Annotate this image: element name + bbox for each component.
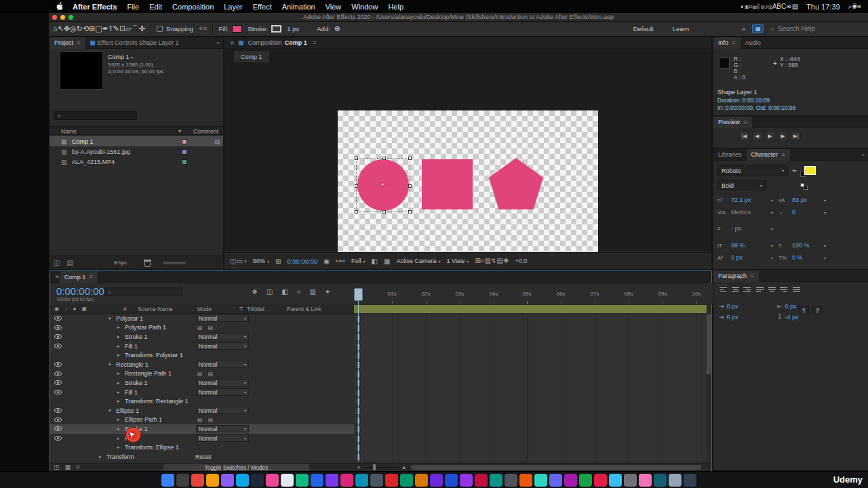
baseline-shift-field[interactable]: Aª0 px▾ [717, 253, 773, 262]
viewer-option-icon[interactable]: ❖ [503, 257, 509, 264]
dock-app-icon[interactable] [430, 474, 443, 487]
dock-app-icon[interactable] [296, 474, 309, 487]
dock-app-icon[interactable] [176, 474, 189, 487]
label-color-chip[interactable] [182, 139, 187, 144]
column-name[interactable]: Name [61, 128, 77, 135]
expand-arrow-icon[interactable]: ▾ [108, 362, 114, 367]
eye-icon[interactable] [54, 418, 62, 422]
tool-icon[interactable]: ✜ [139, 24, 145, 33]
eyedropper-icon[interactable]: ✒ [792, 167, 797, 174]
timeline-search-input[interactable]: ⌕ [104, 287, 182, 296]
view-layout-dropdown[interactable]: 1 View▾ [447, 258, 469, 264]
expand-arrow-icon[interactable]: ▸ [117, 436, 123, 441]
tool-icon[interactable]: ⌂ [53, 24, 58, 33]
transport-button[interactable]: ▶ [778, 131, 788, 140]
timeline-horizontal-scrollbar[interactable] [411, 465, 701, 470]
tool-icon[interactable]: ⊞ [89, 24, 95, 33]
close-window-button[interactable] [52, 15, 57, 20]
dock-app-icon[interactable] [594, 474, 607, 487]
paragraph-align-center-icon[interactable] [730, 285, 741, 294]
paragraph-justify-all-icon[interactable] [791, 285, 802, 294]
search-help-field[interactable]: ⌕ Search Help [770, 25, 815, 33]
channel-icon[interactable] [336, 260, 345, 262]
vertical-scale-field[interactable]: IT99 %▾ [717, 241, 773, 250]
maximize-window-button[interactable] [68, 15, 73, 20]
comp-name-label[interactable]: Comp 1 ▾ [108, 54, 133, 60]
list-view-icon[interactable]: ▤ [66, 259, 73, 266]
dock-app-icon[interactable] [624, 474, 637, 487]
menubar-clock[interactable]: Thu 17:39 [806, 3, 840, 11]
expand-arrow-icon[interactable]: ▸ [117, 399, 123, 404]
dock-app-icon[interactable] [490, 474, 502, 487]
dock-app-icon[interactable] [236, 474, 249, 487]
eye-icon[interactable] [54, 371, 62, 376]
text-direction-rtl-icon[interactable]: ¶ [812, 306, 823, 314]
exposure-value[interactable]: +0,0 [515, 258, 528, 264]
current-time-display[interactable]: 0:00:00:00 [56, 285, 104, 297]
property-name[interactable]: Transform: Rectangle 1 [125, 398, 189, 405]
blend-mode-dropdown[interactable]: Normal▾ [196, 361, 249, 368]
expand-arrow-icon[interactable]: ▸ [117, 325, 123, 330]
expand-arrow-icon[interactable]: ▸ [117, 334, 123, 340]
menu-item[interactable]: File [127, 3, 139, 11]
snapshot-icon[interactable]: ◉ [323, 258, 330, 265]
viewer-option-icon[interactable]: ▤ [496, 257, 502, 264]
dock-app-icon[interactable] [311, 474, 323, 487]
menu-item[interactable]: Layer [224, 3, 243, 11]
transform-reset-link[interactable]: Reset [195, 453, 212, 460]
dock-app-icon[interactable] [564, 474, 577, 487]
reverse-path-icons[interactable]: ▤ ▤ [197, 417, 215, 423]
active-camera-dropdown[interactable]: Active Camera▾ [396, 258, 440, 264]
horizontal-scale-field[interactable]: T100 %▾ [778, 241, 826, 250]
timeline-option-icon[interactable]: ✦ [325, 288, 330, 296]
playhead-handle[interactable] [354, 288, 363, 301]
column-parent-link[interactable]: Parent & Link [287, 306, 321, 312]
label-color-chip[interactable] [182, 159, 187, 165]
comp-thumbnail[interactable] [60, 52, 103, 89]
toggle-switches-modes-button[interactable]: Toggle Switches / Modes [163, 464, 309, 471]
workspace-overflow-chevron[interactable]: » [742, 25, 745, 33]
leading-field[interactable]: ᴀA83 px▾ [778, 195, 826, 205]
dock-app-icon[interactable] [534, 474, 547, 487]
tool-icon[interactable]: ✥ [64, 24, 70, 33]
eye-icon[interactable] [54, 325, 62, 330]
tsume-field[interactable]: ≡- px▾ [717, 224, 773, 233]
dock-app-icon[interactable] [460, 474, 473, 487]
column-t[interactable]: T [239, 306, 243, 312]
resolution-dropdown[interactable]: Full▾ [351, 258, 366, 264]
dock-app-icon[interactable] [326, 474, 338, 487]
font-family-dropdown[interactable]: Roboto▾ [717, 165, 788, 176]
viewer-option-icon[interactable]: ⊞ [475, 257, 480, 264]
text-fill-color-swatch[interactable] [804, 166, 816, 175]
selection-handle[interactable] [408, 210, 412, 214]
tab-project[interactable]: Project≡ [50, 37, 85, 49]
color-depth-button[interactable]: 8 bpc [114, 260, 127, 266]
reverse-path-icons[interactable]: ▤ ▤ [197, 325, 215, 331]
tab-audio[interactable]: Audio [741, 37, 766, 49]
panel-menu-icon[interactable]: ≡ [744, 119, 747, 125]
expand-arrow-icon[interactable]: ▸ [117, 380, 123, 386]
fill-label[interactable]: Fill: [218, 25, 229, 33]
expand-arrow-icon[interactable]: ▸ [117, 344, 123, 349]
close-tab-icon[interactable]: ✕ [230, 40, 235, 46]
dock-app-icon[interactable] [266, 474, 279, 487]
property-name[interactable]: Fill 1 [125, 343, 138, 350]
panel-menu-icon[interactable]: ≡ [732, 40, 736, 46]
workspace-learn-button[interactable]: Learn [673, 25, 689, 33]
timeline-row[interactable]: ▸ Polystar Path 1 ▤ ▤ ▾ [50, 323, 354, 333]
panel-menu-icon[interactable]: ≡ [782, 152, 785, 158]
timeline-row[interactable]: ▸ Fill 1 Normal▾ [50, 342, 354, 351]
dock-app-icon[interactable] [281, 474, 294, 487]
transport-button[interactable]: ▶ [765, 131, 775, 140]
paragraph-value-field[interactable]: ⇤0 px [777, 303, 797, 310]
window-titlebar[interactable]: Adobe After Effects 2020 - /Users/alanay… [49, 13, 868, 22]
menu-item[interactable]: Effect [253, 3, 272, 11]
workspace-bar-icon[interactable]: ▦ [752, 24, 764, 33]
blend-mode-dropdown[interactable]: Normal▾ [196, 314, 249, 322]
tab-libraries[interactable]: Libraries [713, 149, 747, 161]
label-color-chip[interactable] [182, 149, 187, 155]
expand-arrow-icon[interactable]: ▸ [117, 352, 123, 358]
dock-app-icon[interactable] [415, 474, 428, 487]
tool-icon[interactable]: ⟲ [83, 24, 89, 33]
blend-mode-dropdown[interactable]: Normal▾ [196, 388, 249, 396]
